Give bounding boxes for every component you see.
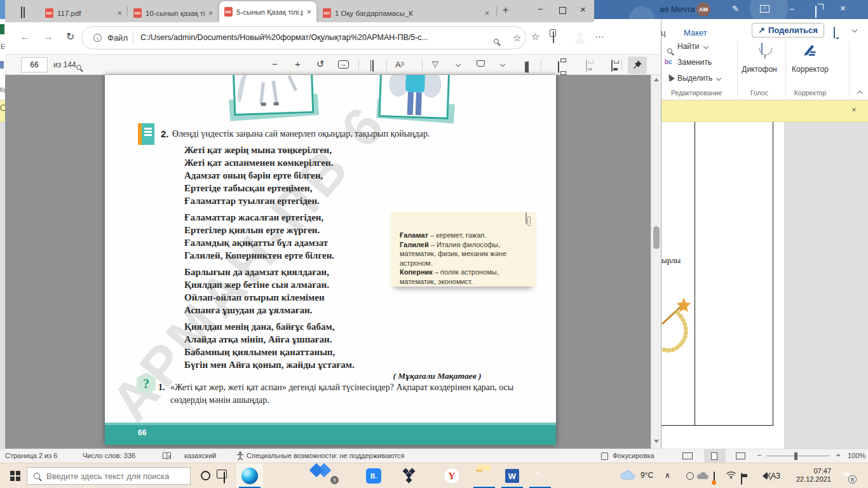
tab-close-icon[interactable]: × [118,9,122,18]
explorer-cell[interactable] [471,463,497,488]
zoom-slider[interactable] [766,456,830,456]
dictate-button[interactable]: Диктофон [737,65,782,74]
eraser-icon[interactable] [527,61,529,73]
cortana-icon[interactable] [201,471,210,480]
weather-temp[interactable]: 9°C [641,471,653,480]
tab-close-icon[interactable]: × [307,8,311,17]
taskbar-search[interactable] [27,467,191,485]
question-number: 1. [158,381,165,394]
tab-close-icon[interactable]: × [485,9,489,18]
zoom-out-button[interactable]: − [757,451,761,459]
tab-oku-bagdarlamasy[interactable]: PDF 1 Оқу бағдарламасы_К × [318,4,494,22]
search-icon[interactable] [76,65,81,70]
read-mode-icon[interactable] [682,452,693,459]
clock[interactable]: 07:47 22.12.2021 [789,467,831,484]
zoom-out-icon[interactable]: − [272,58,278,69]
zoom-search-icon[interactable] [494,39,499,44]
tray-expand-icon[interactable]: ∧ [665,471,670,480]
avatar[interactable]: AM [696,3,710,17]
ribbon-tab-fragment[interactable]: ц [661,28,665,37]
settings-more-icon[interactable]: … [595,29,604,39]
status-accessibility[interactable]: Специальные возможности: не поддерживают… [247,452,404,459]
collapse-ribbon-icon[interactable] [857,91,862,96]
forward-icon[interactable]: → [43,31,53,43]
web-layout-icon[interactable] [736,452,745,459]
edge-active-cell[interactable] [236,463,263,488]
tab-117[interactable]: PDF 117.pdf × [40,4,127,22]
task-view-icon[interactable] [224,471,225,484]
editor-button[interactable]: Корректор [788,65,832,74]
address-bar[interactable]: i Файл C:/Users/admin/Documents/Новый%20… [81,26,526,50]
zoom-in-icon[interactable]: + [295,58,301,69]
status-word-count[interactable]: Число слов: 336 [83,452,135,459]
tray-app-icon[interactable] [686,472,694,480]
replace-button[interactable]: Заменить [677,58,712,67]
scroll-up-icon[interactable] [654,78,659,81]
favorites-icon[interactable]: ☆ [531,31,539,43]
word-minimize-button[interactable]: − [789,4,794,13]
browser-maximize-button[interactable] [559,7,566,14]
pin-toolbar-button[interactable] [628,57,647,74]
draw-pen-icon[interactable]: ✎ [732,4,739,13]
vk-icon[interactable]: B. [366,468,381,484]
status-language[interactable]: казахский [184,452,216,459]
select-button[interactable]: Выделить [677,74,712,83]
word-restore-button[interactable] [815,6,817,18]
refresh-icon[interactable]: ↻ [66,30,74,43]
word-close-button[interactable]: × [840,4,846,13]
tab-10-synyp[interactable]: PDF 10-сынып қазақ тілі жа × [128,4,218,22]
browser-minimize-button[interactable]: − [538,4,543,14]
select-chevron-icon[interactable] [716,76,721,81]
focus-mode-button[interactable]: Фокусировка [613,452,654,459]
ribbon-display-options-icon[interactable]: ^ [760,5,770,13]
collections-icon[interactable] [553,31,554,43]
start-button[interactable] [10,471,15,475]
display-project-icon[interactable] [714,471,715,484]
battery-icon[interactable] [741,473,742,485]
tab-close-icon[interactable]: × [208,9,213,18]
page-number-input[interactable] [21,57,48,72]
status-page[interactable]: Страница 2 из 6 [5,452,57,459]
onedrive-icon[interactable] [696,471,709,480]
add-favorite-icon[interactable]: ☆ [513,32,521,44]
highlighter-icon[interactable] [477,60,485,67]
print-layout-selected[interactable] [704,449,726,463]
chevron-down-icon[interactable] [852,27,857,32]
wifi-icon[interactable] [726,471,736,479]
info-icon[interactable]: i [93,34,102,42]
chrome-cell[interactable] [527,463,553,488]
weather-icon[interactable] [620,470,635,480]
ribbon-tab-layout[interactable]: Макет [684,28,707,37]
find-chevron-icon[interactable] [703,44,709,49]
scrollbar-thumb[interactable] [653,226,660,249]
url-text[interactable]: C:/Users/admin/Documents/Новый%20формат/… [140,33,484,42]
zoom-slider-thumb[interactable] [794,452,797,460]
zoom-percent[interactable]: 100% [848,452,865,459]
fit-to-width-icon[interactable]: ↔ [338,60,349,69]
back-icon[interactable]: ← [20,31,31,43]
highlight-chevron-icon[interactable] [500,62,505,67]
draw-chevron-icon[interactable] [456,62,461,67]
dropbox-icon[interactable] [402,468,418,484]
vertical-tabs-icon[interactable] [21,6,22,18]
find-button[interactable]: Найти [677,42,699,51]
save-as-icon[interactable] [611,60,613,72]
page-view-icon[interactable] [372,60,374,72]
new-tab-button[interactable]: + [503,4,508,16]
rotate-icon[interactable]: ↺ [316,58,325,70]
search-input[interactable] [45,471,181,482]
draw-icon[interactable]: ▽ [432,59,438,69]
zoom-in-button[interactable]: + [836,451,840,459]
share-button[interactable]: ↗ Поделиться [752,23,824,37]
browser-close-button[interactable]: × [580,4,586,15]
language-indicator[interactable]: ҚАЗ [766,471,780,480]
read-aloud-icon[interactable]: A)) [395,60,404,69]
scroll-down-icon[interactable] [654,440,659,443]
word-cell[interactable]: W [499,463,525,488]
print-icon[interactable] [558,61,559,73]
comments-icon[interactable] [834,27,835,39]
proofing-icon[interactable] [162,452,172,460]
message-bar-close-icon[interactable]: × [851,105,857,114]
tab-5-synyp-active[interactable]: PDF 5-сынып Қазақ тілі.pdf × [219,1,316,22]
yandex-icon[interactable]: Y [444,468,460,484]
